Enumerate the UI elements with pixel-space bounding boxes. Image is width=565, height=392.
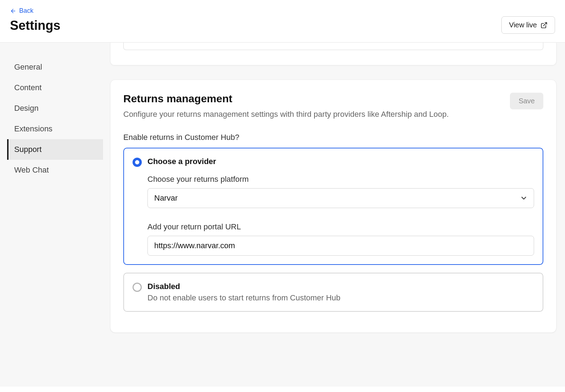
sidebar-item-design[interactable]: Design bbox=[7, 98, 103, 119]
page-title: Settings bbox=[10, 18, 60, 33]
sidebar-item-support[interactable]: Support bbox=[7, 139, 103, 160]
card-subtitle: Configure your returns management settin… bbox=[123, 108, 501, 120]
platform-label: Choose your returns platform bbox=[147, 175, 534, 184]
radio-row: Choose a provider Choose your returns pl… bbox=[133, 157, 534, 256]
card-header-text: Returns management Configure your return… bbox=[123, 93, 510, 120]
view-live-label: View live bbox=[509, 21, 537, 29]
external-link-icon bbox=[540, 22, 548, 29]
sidebar-item-label: Extensions bbox=[14, 124, 53, 133]
back-link[interactable]: Back bbox=[10, 7, 60, 15]
platform-field: Choose your returns platform Narvar bbox=[147, 175, 534, 208]
return-url-input[interactable] bbox=[147, 236, 534, 256]
platform-select[interactable]: Narvar bbox=[147, 188, 534, 208]
save-button[interactable]: Save bbox=[510, 93, 543, 109]
platform-select-wrap: Narvar bbox=[147, 188, 534, 208]
radio-indicator[interactable] bbox=[133, 283, 142, 292]
radio-content: Disabled Do not enable users to start re… bbox=[147, 282, 534, 303]
sidebar-item-label: Content bbox=[14, 83, 42, 92]
radio-content: Choose a provider Choose your returns pl… bbox=[147, 157, 534, 256]
arrow-left-icon bbox=[10, 8, 16, 14]
view-live-button[interactable]: View live bbox=[501, 16, 555, 34]
enable-question: Enable returns in Customer Hub? bbox=[123, 133, 543, 142]
sidebar-item-web-chat[interactable]: Web Chat bbox=[7, 160, 103, 180]
radio-option-provider[interactable]: Choose a provider Choose your returns pl… bbox=[123, 148, 543, 265]
sidebar: General Content Design Extensions Suppor… bbox=[0, 43, 110, 387]
body-wrap: General Content Design Extensions Suppor… bbox=[0, 43, 565, 387]
svg-line-1 bbox=[543, 22, 547, 26]
card-header: Returns management Configure your return… bbox=[123, 93, 543, 120]
url-field: Add your return portal URL bbox=[147, 222, 534, 256]
sidebar-item-label: Design bbox=[14, 104, 38, 113]
sidebar-item-content[interactable]: Content bbox=[7, 77, 103, 98]
radio-indicator[interactable] bbox=[133, 158, 142, 167]
sidebar-item-label: Web Chat bbox=[14, 165, 49, 174]
sidebar-item-label: General bbox=[14, 62, 42, 71]
sidebar-item-general[interactable]: General bbox=[7, 57, 103, 77]
radio-row: Disabled Do not enable users to start re… bbox=[133, 282, 534, 303]
radio-title: Choose a provider bbox=[147, 157, 534, 166]
page-header: Back Settings View live bbox=[0, 0, 565, 43]
radio-title: Disabled bbox=[147, 282, 534, 291]
radio-desc: Do not enable users to start returns fro… bbox=[147, 293, 534, 303]
sidebar-item-extensions[interactable]: Extensions bbox=[7, 119, 103, 139]
previous-card-edge bbox=[110, 43, 556, 65]
sidebar-item-label: Support bbox=[14, 145, 42, 154]
url-label: Add your return portal URL bbox=[147, 222, 534, 232]
returns-card: Returns management Configure your return… bbox=[110, 80, 556, 333]
radio-option-disabled[interactable]: Disabled Do not enable users to start re… bbox=[123, 273, 543, 312]
main-content: Returns management Configure your return… bbox=[110, 43, 565, 387]
card-title: Returns management bbox=[123, 93, 501, 105]
header-left: Back Settings bbox=[10, 7, 60, 33]
back-label: Back bbox=[19, 7, 33, 15]
